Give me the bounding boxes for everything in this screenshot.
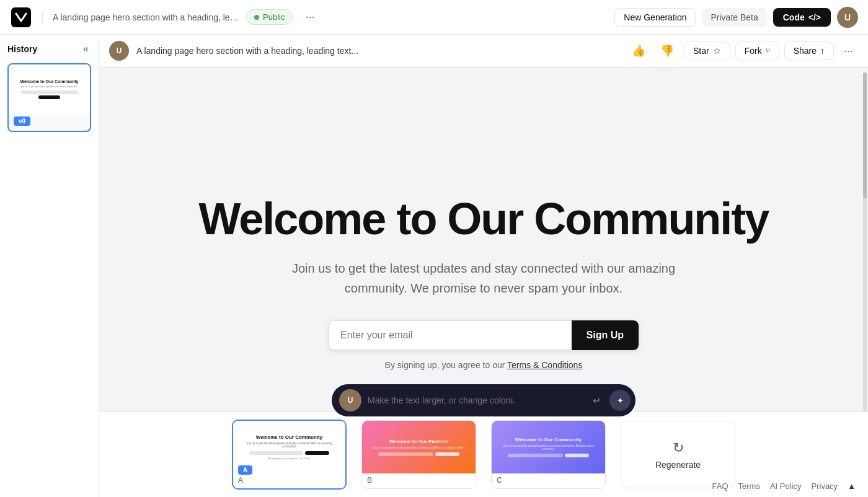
user-avatar[interactable]: U bbox=[837, 7, 858, 28]
email-form: Sign Up bbox=[329, 320, 639, 350]
prompt-text: A landing page hero section with a headi… bbox=[136, 46, 619, 56]
thumbup-button[interactable]: 👍 bbox=[627, 42, 650, 60]
variant-a-badge: A bbox=[238, 465, 252, 475]
new-generation-button[interactable]: New Generation bbox=[614, 8, 696, 27]
code-button[interactable]: Code </> bbox=[773, 8, 831, 27]
terms-text: By signing up, you agree to our Terms & … bbox=[385, 360, 583, 370]
history-item[interactable]: Welcome to Our Community Join us to get … bbox=[7, 63, 91, 132]
footer-faq[interactable]: FAQ bbox=[712, 482, 728, 491]
terms-link[interactable]: Terms & Conditions bbox=[507, 360, 582, 370]
footer-ai-policy[interactable]: AI Policy bbox=[770, 482, 802, 491]
svg-rect-0 bbox=[11, 7, 31, 27]
footer-terms[interactable]: Terms bbox=[738, 482, 760, 491]
sidebar-title: History bbox=[7, 44, 37, 54]
nav-divider bbox=[42, 11, 43, 24]
signup-button[interactable]: Sign Up bbox=[572, 320, 639, 350]
content-area: U A landing page hero section with a hea… bbox=[99, 35, 868, 497]
footer-triangle: ▲ bbox=[848, 482, 856, 491]
sidebar-collapse-button[interactable]: « bbox=[81, 42, 91, 56]
chat-input-field[interactable] bbox=[368, 395, 584, 405]
chat-enter-button[interactable]: ↵ bbox=[590, 392, 603, 409]
regenerate-card[interactable]: ↻ Regenerate bbox=[621, 421, 735, 488]
public-badge-dot bbox=[254, 15, 259, 20]
top-navigation: A landing page hero section with a headi… bbox=[0, 0, 868, 35]
nav-title: A landing page hero section with a headi… bbox=[53, 12, 239, 22]
scrollbar-thumb bbox=[863, 73, 867, 198]
hero-title: Welcome to Our Community bbox=[199, 195, 769, 244]
more-button[interactable]: ··· bbox=[839, 42, 858, 60]
star-button[interactable]: Star ☆ bbox=[684, 42, 730, 60]
sidebar: History « Welcome to Our Community Join … bbox=[0, 35, 99, 497]
fork-button[interactable]: Fork ⑂ bbox=[735, 42, 779, 60]
prompt-avatar: U bbox=[109, 41, 129, 61]
private-beta-button[interactable]: Private Beta bbox=[702, 8, 766, 27]
email-input[interactable] bbox=[329, 320, 572, 350]
chat-send-button[interactable]: ✦ bbox=[609, 390, 631, 411]
version-badge: v0 bbox=[14, 117, 30, 126]
footer: FAQ Terms AI Policy Privacy ▲ bbox=[712, 482, 856, 491]
sidebar-header: History « bbox=[7, 42, 91, 56]
history-thumb-btn bbox=[38, 95, 60, 99]
variant-b-card[interactable]: Welcome to Our Platform Join our communi… bbox=[361, 420, 476, 489]
footer-privacy[interactable]: Privacy bbox=[812, 482, 838, 491]
nav-more-button[interactable]: ··· bbox=[300, 8, 319, 26]
logo[interactable] bbox=[10, 6, 32, 29]
preview-area: Welcome to Our Community Join us to get … bbox=[99, 68, 868, 497]
history-thumbnail: Welcome to Our Community Join us to get … bbox=[9, 64, 90, 114]
hero-subtitle: Join us to get the latest updates and st… bbox=[291, 258, 676, 298]
chat-avatar: U bbox=[339, 389, 361, 411]
public-badge: Public bbox=[246, 9, 293, 25]
history-thumb-title: Welcome to Our Community bbox=[20, 79, 79, 84]
variant-a-card[interactable]: Welcome to Our Community Join us to get … bbox=[232, 420, 347, 490]
variant-c-card[interactable]: Welcome to Our Community Join our commun… bbox=[491, 420, 606, 489]
variant-b-thumb: Welcome to Our Platform Join our communi… bbox=[362, 421, 476, 473]
share-button[interactable]: Share ↑ bbox=[784, 42, 834, 60]
history-thumb-text: Join us to get the latest updates and st… bbox=[20, 85, 79, 88]
hero-section: Welcome to Our Community Join us to get … bbox=[99, 157, 868, 407]
regenerate-icon: ↻ bbox=[673, 440, 684, 456]
chat-input-area: U ↵ ✦ bbox=[332, 384, 636, 416]
chat-input-container: U ↵ ✦ bbox=[332, 384, 636, 416]
main-layout: History « Welcome to Our Community Join … bbox=[0, 35, 868, 497]
regenerate-label: Regenerate bbox=[655, 460, 701, 470]
thumbdown-button[interactable]: 👎 bbox=[655, 42, 679, 60]
variant-c-thumb: Welcome to Our Community Join our commun… bbox=[492, 421, 605, 473]
prompt-actions: 👍 👎 Star ☆ Fork ⑂ Share ↑ ··· bbox=[627, 42, 858, 60]
prompt-bar: U A landing page hero section with a hea… bbox=[99, 35, 868, 68]
history-thumb-input bbox=[21, 90, 78, 94]
nav-right-actions: New Generation Private Beta Code </> U bbox=[614, 7, 858, 28]
